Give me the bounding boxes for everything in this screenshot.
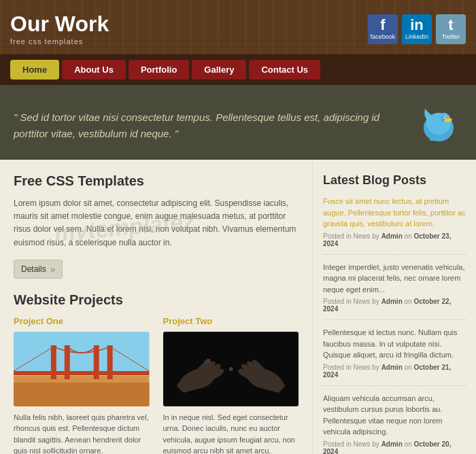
project-two-image (163, 332, 299, 406)
blog-post-2: Integer imperdiet, justo venenatis vehic… (323, 262, 466, 321)
nav-home[interactable]: Home (10, 60, 59, 80)
nav-bar: Home About Us Portfolio Gallery Contact … (0, 54, 476, 85)
left-column: Free CSS Templates Lorem ipsum dolor sit… (0, 160, 313, 454)
project-two-title: Project Two (163, 316, 299, 326)
nav-about[interactable]: About Us (62, 60, 126, 80)
project-two: Project Two (163, 316, 299, 454)
site-branding: Our Work free css templates (10, 12, 109, 46)
projects-section: Website Projects Project One (14, 292, 299, 454)
nav-contact[interactable]: Contact Us (249, 60, 320, 80)
project-one-image (14, 332, 150, 406)
project-one-desc: Nulla felis nibh, laoreet quis pharetra … (14, 412, 150, 454)
facebook-icon[interactable]: f facebook (368, 14, 398, 44)
svg-rect-9 (14, 383, 150, 406)
details-button[interactable]: Details » (14, 260, 63, 279)
free-css-title: Free CSS Templates (14, 173, 299, 189)
project-one-title: Project One (14, 316, 150, 326)
blog-post-4: Aliquam vehicula accumsan arcu, vestibul… (323, 393, 466, 455)
free-css-section: Free CSS Templates Lorem ipsum dolor sit… (14, 173, 299, 292)
projects-title: Website Projects (14, 292, 299, 308)
svg-rect-10 (14, 371, 150, 375)
svg-point-18 (228, 367, 233, 371)
blog-post-3-meta: Posted in News by Admin on October 21, 2… (323, 364, 466, 379)
project-two-desc: In in neque nisl. Sed eget consectetur u… (163, 412, 299, 454)
blog-post-2-text: Integer imperdiet, justo venenatis vehic… (323, 262, 466, 296)
right-column: Latest Blog Posts Fusce sit amet nunc le… (313, 160, 476, 454)
project-one: Project One (14, 316, 150, 454)
blog-post-3-text: Pellentesque id lectus nunc. Nullam quis… (323, 327, 466, 361)
site-subtitle: free css templates (10, 37, 109, 46)
blog-post-1: Fusce sit amet nunc lectus, at pretium a… (323, 196, 466, 255)
blog-post-3: Pellentesque id lectus nunc. Nullam quis… (323, 327, 466, 386)
blog-post-1-meta: Posted in News by Admin on October 23, 2… (323, 232, 466, 247)
nav-portfolio[interactable]: Portfolio (129, 60, 189, 80)
svg-rect-14 (107, 345, 113, 379)
blog-post-2-meta: Posted in News by Admin on October 22, 2… (323, 298, 466, 313)
quote-section: " Sed id tortor vitae nisi consectetur t… (0, 85, 476, 160)
site-title: Our Work (10, 12, 109, 36)
free-css-body: Lorem ipsum dolor sit amet, consectetur … (14, 197, 299, 249)
nav-gallery[interactable]: Gallery (192, 60, 246, 80)
svg-point-5 (445, 117, 447, 118)
twitter-bird-icon (415, 102, 462, 150)
blog-post-1-text: Fusce sit amet nunc lectus, at pretium a… (323, 196, 466, 230)
blog-title: Latest Blog Posts (323, 173, 466, 188)
social-icons-group: f facebook in LinkedIn t Twitter (368, 14, 466, 44)
quote-text: " Sed id tortor vitae nisi consectetur t… (14, 109, 401, 142)
svg-rect-11 (51, 345, 56, 379)
svg-rect-7 (14, 332, 150, 376)
linkedin-icon[interactable]: in LinkedIn (402, 14, 432, 44)
twitter-icon[interactable]: t Twitter (436, 14, 466, 44)
blog-post-4-text: Aliquam vehicula accumsan arcu, vestibul… (323, 393, 466, 438)
projects-grid: Project One (14, 316, 299, 454)
blog-post-4-meta: Posted in News by Admin on October 20, 2… (323, 440, 466, 455)
header: Our Work free css templates f facebook i… (0, 0, 476, 54)
main-content: Free CSS Templates Lorem ipsum dolor sit… (0, 160, 476, 454)
